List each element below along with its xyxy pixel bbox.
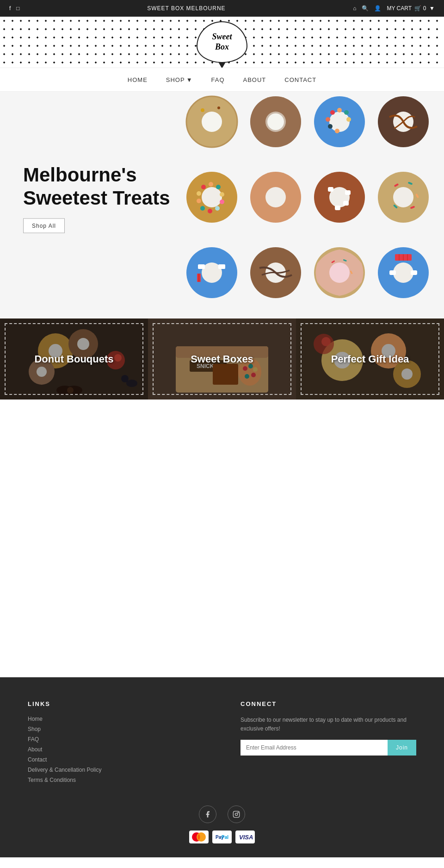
- svg-point-5: [224, 118, 228, 121]
- site-name: SWEET BOX MELBOURNE: [20, 5, 353, 12]
- svg-point-24: [209, 182, 213, 187]
- nav-shop[interactable]: SHOP ▼: [166, 76, 193, 83]
- donut-9: [184, 245, 240, 300]
- svg-point-31: [197, 199, 201, 203]
- svg-point-42: [393, 187, 413, 207]
- chevron-down-icon: ▼: [186, 76, 193, 83]
- hero-section: Melbourne's Sweetest Treats Shop All: [0, 92, 444, 318]
- svg-point-26: [220, 192, 224, 197]
- nav-about[interactable]: ABOUT: [243, 76, 266, 83]
- nav-contact[interactable]: CONTACT: [284, 76, 316, 83]
- donut-1: [184, 94, 240, 150]
- cat-label-boxes: Sweet Boxes: [186, 353, 258, 365]
- donut-8: [376, 169, 431, 225]
- hero-donut-collage: [176, 92, 444, 318]
- footer-social: [28, 806, 416, 823]
- svg-point-1: [202, 112, 222, 132]
- join-button[interactable]: Join: [388, 740, 416, 756]
- svg-point-14: [344, 110, 349, 115]
- svg-point-27: [220, 200, 224, 204]
- svg-point-105: [235, 813, 237, 815]
- footer-link-terms[interactable]: Terms & Conditions: [28, 777, 204, 783]
- svg-point-34: [265, 187, 286, 207]
- account-icon[interactable]: 👤: [374, 5, 381, 12]
- svg-point-4: [217, 106, 220, 109]
- svg-point-62: [393, 262, 413, 283]
- svg-point-25: [216, 185, 221, 189]
- cart-label[interactable]: MY CART 🛒 0 ▼: [387, 5, 435, 12]
- top-bar-social: f □: [9, 5, 20, 12]
- footer-link-faq[interactable]: FAQ: [28, 736, 204, 743]
- svg-point-16: [326, 117, 330, 122]
- facebook-icon[interactable]: f: [9, 5, 11, 12]
- svg-point-18: [335, 129, 339, 133]
- svg-rect-68: [411, 270, 417, 275]
- svg-point-30: [200, 206, 205, 211]
- footer-connect-heading: CONNECT: [240, 700, 416, 707]
- header: Sweet Box: [0, 17, 444, 68]
- main-nav: HOME SHOP ▼ FAQ ABOUT CONTACT: [0, 68, 444, 92]
- svg-rect-51: [218, 264, 225, 269]
- payment-methods: Pay Pal VISA: [28, 831, 416, 843]
- categories-section: Donut Bouquets SNICKERS Sweet Boxes: [0, 318, 444, 400]
- nav-home[interactable]: HOME: [128, 76, 148, 83]
- svg-rect-50: [198, 264, 205, 269]
- footer: LINKS Home Shop FAQ About Contact Delive…: [0, 677, 444, 857]
- svg-rect-53: [198, 274, 200, 282]
- donut-4: [376, 94, 431, 150]
- donut-11: [312, 245, 367, 300]
- svg-point-106: [238, 812, 238, 813]
- top-bar-right: ⌂ 🔍 👤 MY CART 🛒 0 ▼: [353, 5, 435, 12]
- donut-7: [312, 169, 367, 225]
- svg-text:Pal: Pal: [222, 835, 228, 840]
- cat-label-gift: Perfect Gift Idea: [327, 353, 414, 365]
- logo-text-sweet: Sweet: [212, 32, 232, 42]
- footer-link-shop[interactable]: Shop: [28, 726, 204, 732]
- footer-link-home[interactable]: Home: [28, 716, 204, 722]
- footer-link-delivery[interactable]: Delivery & Cancellation Policy: [28, 767, 204, 773]
- svg-point-22: [202, 187, 222, 207]
- svg-text:VISA: VISA: [239, 834, 253, 841]
- svg-point-29: [208, 209, 212, 213]
- footer-connect-col: CONNECT Subscribe to our newsletter to s…: [240, 700, 416, 787]
- footer-link-contact[interactable]: Contact: [28, 756, 204, 763]
- main-content: [0, 400, 444, 677]
- footer-instagram-icon[interactable]: [228, 806, 245, 823]
- donut-2: [248, 94, 303, 150]
- donut-12: [376, 245, 431, 300]
- footer-links-heading: LINKS: [28, 700, 204, 707]
- donut-3: [312, 94, 367, 150]
- svg-point-3: [201, 108, 204, 112]
- cat-overlay-boxes: Sweet Boxes: [148, 318, 296, 400]
- svg-point-32: [197, 191, 201, 196]
- donut-10: [248, 245, 303, 300]
- svg-point-15: [346, 117, 351, 122]
- paypal-icon: Pay Pal: [212, 831, 232, 843]
- svg-point-23: [201, 185, 206, 189]
- cat-overlay-gift: Perfect Gift Idea: [296, 318, 444, 400]
- category-perfect-gift[interactable]: Perfect Gift Idea: [296, 318, 444, 400]
- email-input[interactable]: [240, 740, 388, 756]
- svg-rect-39: [335, 206, 340, 210]
- mastercard-icon: [189, 831, 209, 843]
- logo-text-box: Box: [215, 42, 229, 52]
- cat-overlay-bouquets: Donut Bouquets: [0, 318, 148, 400]
- donut-5: [184, 169, 240, 225]
- footer-link-about[interactable]: About: [28, 746, 204, 753]
- category-sweet-boxes[interactable]: SNICKERS Sweet Boxes: [148, 318, 296, 400]
- svg-rect-104: [233, 811, 239, 817]
- svg-point-12: [330, 110, 335, 115]
- instagram-icon[interactable]: □: [16, 5, 19, 12]
- newsletter-form: Join: [240, 740, 416, 756]
- category-donut-bouquets[interactable]: Donut Bouquets: [0, 318, 148, 400]
- home-icon[interactable]: ⌂: [353, 5, 356, 12]
- donut-6: [248, 169, 303, 225]
- shop-all-button[interactable]: Shop All: [23, 218, 65, 233]
- svg-rect-38: [345, 190, 351, 195]
- hero-heading: Melbourne's Sweetest Treats: [23, 163, 190, 210]
- nav-faq[interactable]: FAQ: [211, 76, 225, 83]
- footer-facebook-icon[interactable]: [199, 806, 216, 823]
- footer-top: LINKS Home Shop FAQ About Contact Delive…: [28, 700, 416, 787]
- search-icon[interactable]: 🔍: [362, 5, 369, 12]
- svg-rect-37: [328, 187, 333, 192]
